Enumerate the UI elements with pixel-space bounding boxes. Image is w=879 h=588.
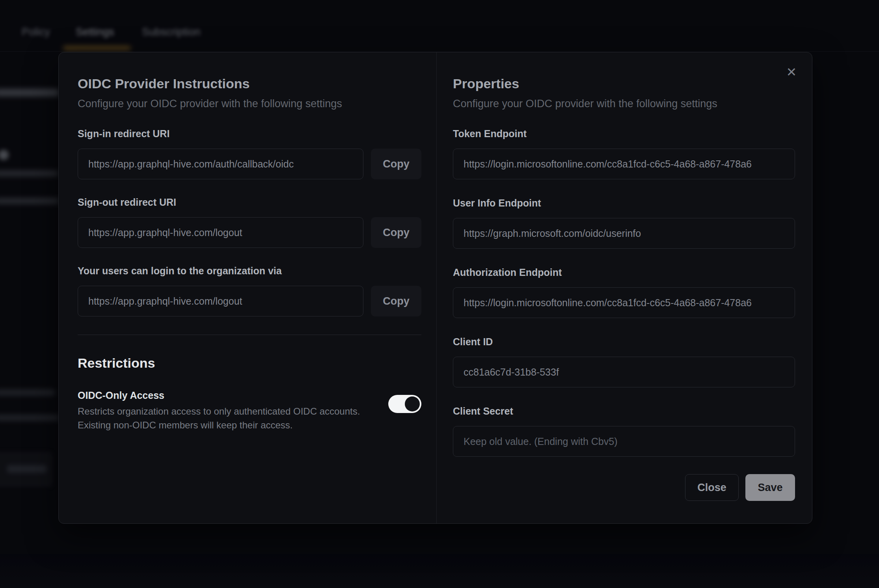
signin-redirect-field: Sign-in redirect URI Copy bbox=[78, 127, 421, 179]
instructions-column: OIDC Provider Instructions Configure you… bbox=[78, 75, 421, 432]
authorization-endpoint-input[interactable] bbox=[453, 287, 795, 318]
login-url-input[interactable] bbox=[78, 286, 363, 316]
authorization-endpoint-label: Authorization Endpoint bbox=[453, 266, 795, 279]
token-endpoint-field: Token Endpoint bbox=[453, 127, 795, 179]
column-divider bbox=[436, 52, 437, 523]
client-id-input[interactable] bbox=[453, 357, 795, 387]
instructions-title: OIDC Provider Instructions bbox=[78, 75, 421, 92]
oidc-only-access-description: Restricts organization access to only au… bbox=[78, 404, 372, 432]
oidc-only-access-label: OIDC-Only Access bbox=[78, 389, 372, 402]
client-id-label: Client ID bbox=[453, 335, 795, 348]
modal-actions: Close Save bbox=[453, 474, 795, 501]
properties-title: Properties bbox=[453, 75, 795, 92]
userinfo-endpoint-input[interactable] bbox=[453, 218, 795, 249]
screen: Policy Settings Subscription ✕ OIDC Prov… bbox=[0, 0, 879, 588]
oidc-settings-modal: ✕ OIDC Provider Instructions Configure y… bbox=[58, 52, 812, 524]
login-url-label: Your users can login to the organization… bbox=[78, 264, 421, 277]
client-secret-field: Client Secret bbox=[453, 405, 795, 457]
oidc-only-access-toggle[interactable] bbox=[388, 395, 421, 413]
token-endpoint-label: Token Endpoint bbox=[453, 127, 795, 140]
instructions-subtitle: Configure your OIDC provider with the fo… bbox=[78, 97, 421, 110]
close-button[interactable]: Close bbox=[685, 474, 739, 501]
copy-login-url-button[interactable]: Copy bbox=[371, 286, 421, 316]
copy-signout-button[interactable]: Copy bbox=[371, 217, 421, 248]
signout-redirect-input[interactable] bbox=[78, 217, 363, 248]
client-id-field: Client ID bbox=[453, 335, 795, 387]
toggle-knob bbox=[405, 396, 420, 411]
properties-subtitle: Configure your OIDC provider with the fo… bbox=[453, 97, 795, 110]
oidc-only-access-row: OIDC-Only Access Restricts organization … bbox=[78, 389, 421, 432]
login-url-field: Your users can login to the organization… bbox=[78, 264, 421, 316]
save-button[interactable]: Save bbox=[745, 474, 795, 501]
authorization-endpoint-field: Authorization Endpoint bbox=[453, 266, 795, 318]
restrictions-divider bbox=[78, 335, 421, 335]
token-endpoint-input[interactable] bbox=[453, 149, 795, 179]
signout-redirect-field: Sign-out redirect URI Copy bbox=[78, 196, 421, 248]
copy-signin-button[interactable]: Copy bbox=[371, 149, 421, 179]
signin-redirect-input[interactable] bbox=[78, 149, 363, 179]
restrictions-title: Restrictions bbox=[78, 355, 421, 371]
properties-column: Properties Configure your OIDC provider … bbox=[453, 75, 795, 501]
signout-redirect-label: Sign-out redirect URI bbox=[78, 196, 421, 208]
userinfo-endpoint-label: User Info Endpoint bbox=[453, 197, 795, 209]
client-secret-label: Client Secret bbox=[453, 405, 795, 417]
userinfo-endpoint-field: User Info Endpoint bbox=[453, 197, 795, 249]
signin-redirect-label: Sign-in redirect URI bbox=[78, 127, 421, 140]
client-secret-input[interactable] bbox=[453, 426, 795, 457]
